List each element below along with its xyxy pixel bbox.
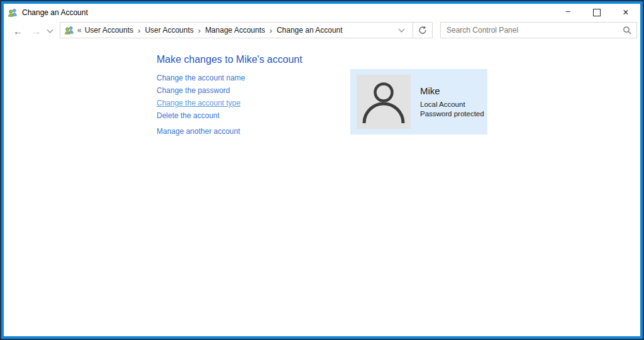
- account-tile[interactable]: Mike Local Account Password protected: [350, 69, 487, 134]
- chevron-down-icon: [399, 26, 405, 32]
- breadcrumb-item-change-an-account[interactable]: Change an Account: [275, 26, 345, 35]
- maximize-icon: [593, 9, 601, 16]
- minimize-button[interactable]: –: [553, 4, 582, 21]
- search-icon[interactable]: [623, 26, 631, 35]
- address-dropdown-button[interactable]: [391, 23, 413, 38]
- minimize-icon: –: [565, 6, 570, 16]
- control-panel-window: Change an Account – × ← → ↑ « User Accou…: [4, 4, 640, 336]
- avatar: [357, 75, 411, 129]
- link-delete-account[interactable]: Delete the account: [157, 111, 245, 119]
- refresh-button[interactable]: [413, 23, 432, 38]
- breadcrumb-separator-icon[interactable]: ›: [267, 26, 275, 35]
- window-title: Change an Account: [22, 8, 88, 17]
- account-type: Local Account: [420, 100, 484, 109]
- link-change-account-type[interactable]: Change the account type: [157, 99, 245, 106]
- breadcrumb-item-manage-accounts[interactable]: Manage Accounts: [203, 26, 267, 35]
- user-accounts-breadcrumb-icon: [64, 25, 74, 35]
- maximize-button[interactable]: [582, 4, 611, 21]
- link-change-password[interactable]: Change the password: [157, 86, 245, 94]
- breadcrumb-overflow-chevrons[interactable]: «: [77, 26, 83, 35]
- close-button[interactable]: ×: [611, 4, 640, 21]
- account-info: Mike Local Account Password protected: [420, 85, 484, 119]
- search-box: [440, 22, 637, 38]
- breadcrumb-separator-icon[interactable]: ›: [135, 26, 143, 35]
- task-links: Change the account name Change the passw…: [157, 74, 245, 140]
- breadcrumb-item-user-accounts-1[interactable]: User Accounts: [83, 26, 135, 35]
- user-silhouette-icon: [357, 75, 411, 129]
- account-name: Mike: [420, 85, 484, 96]
- search-input[interactable]: [441, 26, 623, 35]
- breadcrumb-item-user-accounts-2[interactable]: User Accounts: [143, 26, 195, 35]
- forward-button[interactable]: →: [27, 26, 45, 36]
- back-button[interactable]: ←: [9, 26, 27, 36]
- link-change-account-name[interactable]: Change the account name: [157, 74, 245, 81]
- address-bar[interactable]: « User Accounts › User Accounts › Manage…: [60, 22, 433, 38]
- navigation-toolbar: ← → ↑ « User Accounts › User Accounts › …: [4, 21, 640, 41]
- link-manage-another-account[interactable]: Manage another account: [157, 127, 245, 134]
- breadcrumb: « User Accounts › User Accounts › Manage…: [77, 26, 345, 35]
- recent-pages-chevron-icon[interactable]: [47, 26, 53, 33]
- main-content: Make changes to Mike's account Change th…: [4, 41, 640, 336]
- window-controls: – ×: [553, 4, 640, 21]
- user-accounts-app-icon: [8, 8, 18, 18]
- titlebar: Change an Account – ×: [4, 4, 640, 21]
- refresh-icon: [418, 26, 427, 35]
- account-status: Password protected: [420, 109, 484, 119]
- address-bar-right: [391, 23, 432, 38]
- page-title: Make changes to Mike's account: [157, 54, 303, 65]
- close-icon: ×: [623, 7, 628, 18]
- window-frame: Change an Account – × ← → ↑ « User Accou…: [1, 1, 643, 339]
- breadcrumb-separator-icon[interactable]: ›: [196, 26, 203, 35]
